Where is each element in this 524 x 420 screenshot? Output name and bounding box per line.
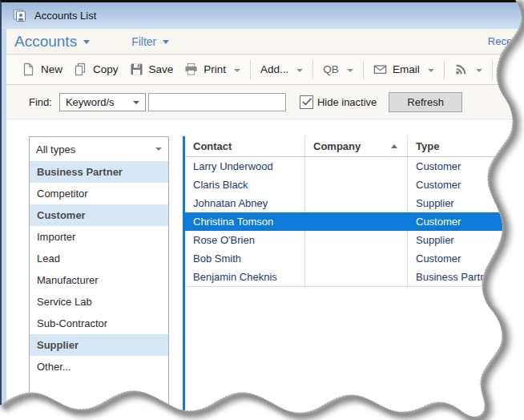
cell-type: Customer bbox=[408, 176, 524, 194]
table-row[interactable]: Claris BlackCustomer bbox=[185, 176, 524, 194]
sidebar-item-label: Customer bbox=[37, 209, 86, 221]
email-button[interactable]: Email bbox=[368, 59, 440, 79]
recent-link[interactable]: Recent bbox=[488, 35, 521, 47]
toolbar-button-label: Email bbox=[393, 63, 420, 75]
toolbar-separator bbox=[250, 60, 251, 79]
copy-icon bbox=[74, 63, 87, 76]
spellcheck-icon: A bbox=[502, 63, 516, 76]
sidebar-item-label: Business Partner bbox=[37, 166, 123, 178]
toolbar-separator bbox=[492, 60, 493, 79]
sidebar-item-sub-contractor[interactable]: Sub-Contractor bbox=[30, 313, 168, 334]
sidebar-item-lead[interactable]: Lead bbox=[30, 248, 168, 269]
column-header-company[interactable]: Company bbox=[305, 136, 408, 156]
table-row[interactable]: Christina TomsonCustomer bbox=[185, 212, 524, 231]
table-body: Larry UnderwoodCustomerClaris BlackCusto… bbox=[185, 157, 524, 287]
cell-type: Customer bbox=[408, 157, 524, 176]
sidebar-item-manufacturer[interactable]: Manufacturer bbox=[30, 269, 168, 291]
toolbar-button-label: Copy bbox=[93, 63, 119, 75]
hide-inactive-label[interactable]: Hide inactive bbox=[317, 96, 377, 108]
new-button[interactable]: New bbox=[16, 59, 68, 79]
sidebar-item-label: Other... bbox=[37, 361, 71, 373]
sidebar-item-label: Lead bbox=[37, 252, 60, 265]
cell-company bbox=[305, 176, 408, 194]
chevron-down-icon bbox=[83, 40, 90, 44]
cell-type: Customer bbox=[408, 249, 524, 268]
sidebar-item-label: Competitor bbox=[37, 188, 88, 200]
rss-icon bbox=[454, 63, 468, 76]
chevron-down-icon bbox=[296, 69, 303, 72]
check-icon bbox=[300, 95, 314, 108]
titlebar: Accounts List bbox=[2, 2, 524, 29]
sort-ascending-icon bbox=[391, 144, 397, 148]
table-header: ContactCompanyType bbox=[185, 136, 524, 157]
keyword-selector-value: Keyword/s bbox=[66, 96, 115, 108]
chevron-down-icon bbox=[476, 69, 482, 72]
toolbar: NewCopySavePrintAdd...QBEmailA bbox=[6, 55, 524, 85]
account-type-listbox: All types Business PartnerCompetitorCust… bbox=[29, 136, 169, 415]
toolbar-separator bbox=[363, 60, 364, 79]
save-icon bbox=[130, 63, 143, 76]
accounts-table: ContactCompanyType Larry UnderwoodCustom… bbox=[183, 136, 524, 413]
table-row[interactable]: Johnatan AbneySupplier bbox=[185, 194, 524, 212]
add-button[interactable]: Add... bbox=[255, 60, 308, 79]
toolbar-button-label: Save bbox=[149, 63, 174, 75]
contact-card-icon bbox=[13, 9, 28, 22]
sidebar-item-other[interactable]: Other... bbox=[30, 356, 168, 378]
keyword-selector[interactable]: Keyword/s bbox=[59, 93, 146, 111]
chevron-down-icon bbox=[155, 147, 162, 151]
refresh-button[interactable]: Refresh bbox=[389, 92, 462, 112]
type-filter-value: All types bbox=[36, 143, 75, 155]
table-row[interactable]: Larry UnderwoodCustomer bbox=[185, 157, 524, 176]
column-header-label: Type bbox=[416, 140, 439, 152]
sidebar-item-importer[interactable]: Importer bbox=[30, 226, 168, 248]
spellcheck-button[interactable]: A bbox=[497, 59, 522, 79]
menubar: Accounts Filter Recent bbox=[6, 29, 524, 55]
email-icon bbox=[373, 63, 387, 76]
table-row[interactable]: Rose O'BrienSupplier bbox=[185, 231, 524, 249]
sidebar-item-supplier[interactable]: Supplier bbox=[30, 334, 168, 356]
cell-contact: Christina Tomson bbox=[185, 212, 305, 231]
qb-button[interactable]: QB bbox=[317, 60, 359, 79]
accounts-menu[interactable]: Accounts bbox=[14, 33, 90, 50]
cell-contact: Rose O'Brien bbox=[185, 231, 305, 249]
column-header-label: Company bbox=[313, 140, 361, 152]
sidebar-item-business-partner[interactable]: Business Partner bbox=[30, 161, 168, 183]
sidebar-item-label: Service Lab bbox=[37, 296, 92, 308]
content-area: All types Business PartnerCompetitorCust… bbox=[6, 119, 524, 420]
sidebar-item-service-lab[interactable]: Service Lab bbox=[30, 291, 168, 313]
sidebar-item-label: Sub-Contractor bbox=[37, 317, 107, 329]
cell-company bbox=[305, 194, 408, 212]
toolbar-button-label: QB bbox=[323, 63, 339, 75]
filter-menu-label: Filter bbox=[131, 35, 156, 48]
rss-button[interactable] bbox=[449, 59, 488, 79]
table-row[interactable]: Benjamin CheknisBusiness Partner bbox=[185, 268, 524, 286]
chevron-down-icon bbox=[163, 40, 169, 44]
sidebar-item-label: Importer bbox=[37, 231, 75, 243]
cell-company bbox=[305, 268, 408, 286]
cell-company bbox=[305, 157, 408, 176]
search-input[interactable] bbox=[148, 93, 286, 111]
cell-contact: Larry Underwood bbox=[185, 157, 305, 176]
cell-company bbox=[305, 249, 408, 268]
chevron-down-icon bbox=[133, 101, 139, 104]
column-header-type[interactable]: Type bbox=[408, 136, 524, 156]
save-button[interactable]: Save bbox=[124, 59, 179, 79]
copy-button[interactable]: Copy bbox=[68, 59, 124, 79]
sidebar-item-competitor[interactable]: Competitor bbox=[30, 183, 168, 204]
accounts-menu-label: Accounts bbox=[14, 33, 77, 50]
column-header-contact[interactable]: Contact bbox=[185, 136, 305, 156]
table-row[interactable]: Bob SmithCustomer bbox=[185, 249, 524, 268]
sidebar-item-customer[interactable]: Customer bbox=[30, 204, 168, 226]
findbar: Find: Keyword/s Hide inactive Refresh bbox=[6, 85, 524, 119]
hide-inactive-checkbox[interactable] bbox=[300, 95, 313, 109]
sidebar-item-label: Manufacturer bbox=[37, 274, 99, 286]
filter-menu[interactable]: Filter bbox=[131, 35, 169, 48]
type-filter-dropdown[interactable]: All types bbox=[30, 137, 168, 161]
cell-contact: Benjamin Cheknis bbox=[185, 268, 305, 286]
print-button[interactable]: Print bbox=[179, 59, 246, 79]
cell-company bbox=[305, 212, 408, 231]
toolbar-button-label: Print bbox=[204, 63, 226, 75]
chevron-down-icon bbox=[234, 69, 240, 72]
sidebar-item-label: Supplier bbox=[37, 339, 79, 351]
print-icon bbox=[184, 63, 198, 76]
